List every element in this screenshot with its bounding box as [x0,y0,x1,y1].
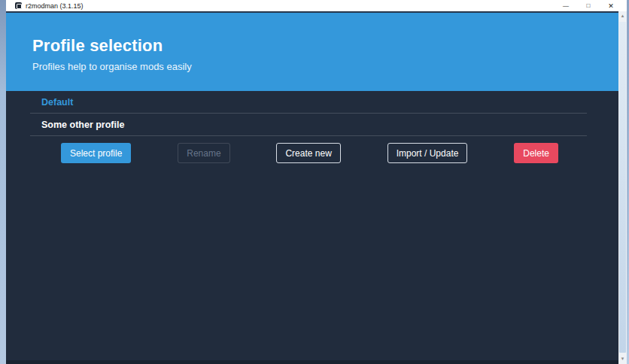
window-bottom-border [6,360,618,364]
profile-item-default[interactable]: Default [6,91,618,114]
select-profile-button[interactable]: Select profile [61,143,131,163]
profile-selection-header: Profile selection Profiles help to organ… [6,11,618,91]
close-icon[interactable]: ✕ [600,0,622,11]
profile-item-some-other-profile[interactable]: Some other profile [6,114,618,136]
scroll-up-icon[interactable]: ▲ [618,12,627,20]
profile-name: Some other profile [41,120,124,130]
page-title: Profile selection [32,36,163,56]
rename-button[interactable]: Rename [178,143,229,163]
app-icon [15,2,22,9]
main-content: Default Some other profile Select profil… [6,91,618,364]
import-update-button[interactable]: Import / Update [387,143,468,163]
window-title: r2modman (3.1.15) [26,2,84,10]
row-divider [30,135,587,136]
window-left-border [0,0,6,364]
titlebar: r2modman (3.1.15) — □ ✕ [6,0,627,11]
page-subtitle: Profiles help to organise mods easily [32,61,192,72]
delete-button[interactable]: Delete [514,143,558,163]
profile-name: Default [41,97,73,108]
window-controls: — □ ✕ [555,0,627,11]
profile-actions: Select profile Rename Create new Import … [61,143,558,163]
minimize-icon[interactable]: — [555,0,577,11]
create-new-button[interactable]: Create new [276,143,340,163]
maximize-icon[interactable]: □ [577,0,600,11]
scrollbar-thumb[interactable] [619,22,626,353]
scroll-down-icon[interactable]: ▼ [618,355,627,363]
vertical-scrollbar[interactable]: ▲ ▼ [618,11,627,364]
app-window: r2modman (3.1.15) — □ ✕ Profile selectio… [0,0,629,364]
